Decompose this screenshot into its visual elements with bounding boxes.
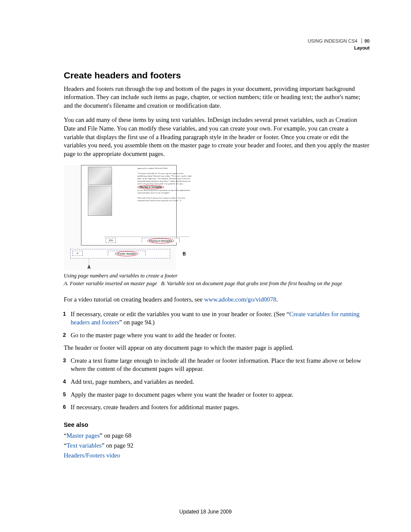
steps-list-cont: 3 Create a text frame large enough to in… bbox=[64, 357, 370, 412]
see-also-item-1: “Master pages” on page 68 bbox=[64, 431, 370, 441]
figure-master-variable: <Footer Variable> bbox=[108, 251, 146, 255]
figure-headers-footers: appeared to explain Network Publi. "If a… bbox=[64, 165, 176, 271]
intro-paragraph-2: You can add many of these items by using… bbox=[64, 116, 370, 158]
page-number: 90 bbox=[361, 38, 370, 44]
figure-photo-1 bbox=[88, 167, 112, 185]
link-text-variables[interactable]: Text variables bbox=[66, 442, 102, 449]
video-line: For a video tutorial on creating headers… bbox=[64, 296, 370, 304]
step-4: 4 Add text, page numbers, and variables … bbox=[64, 378, 370, 386]
figure-photo-2 bbox=[88, 186, 112, 216]
legend-a-label: A. bbox=[64, 280, 68, 286]
figure-master-pagenum: # bbox=[72, 251, 83, 256]
step-3: 3 Create a text frame large enough to in… bbox=[64, 357, 370, 373]
legend-a-text: Footer variable inserted on master page bbox=[70, 280, 157, 286]
figure-label-b: B bbox=[183, 252, 186, 256]
section-heading: Create headers and footers bbox=[64, 70, 370, 81]
figure-label-a: A bbox=[87, 265, 90, 270]
step-1: 1 If necessary, create or edit the varia… bbox=[64, 310, 370, 327]
intro-paragraph-1: Headers and footers run through the top … bbox=[64, 85, 370, 110]
figure-caption: Using page numbers and variables to crea… bbox=[64, 272, 370, 280]
see-also-item-2: “Text variables” on page 92 bbox=[64, 441, 370, 451]
section-name: Layout bbox=[64, 45, 370, 51]
update-date: Updated 18 June 2009 bbox=[0, 509, 411, 515]
figure-page-number: 226 bbox=[106, 238, 116, 243]
video-tutorial-link[interactable]: www.adobe.com/go/vid0078 bbox=[204, 296, 276, 303]
figure-leader-line bbox=[89, 259, 90, 265]
figure-footer-variable-result: Playing to Strengths bbox=[142, 238, 180, 243]
legend-b-text: Variable text on document page that grab… bbox=[167, 280, 342, 286]
figure-body-text: appeared to explain Network Publi. "If a… bbox=[137, 167, 192, 202]
doc-title: USING INDESIGN CS4 bbox=[308, 38, 358, 44]
link-master-pages[interactable]: Master pages bbox=[66, 432, 100, 439]
legend-b-label: B. bbox=[161, 280, 166, 286]
figure-heading-highlight: Playing to Strengths bbox=[137, 185, 164, 189]
step-6: 6 If necessary, create headers and foote… bbox=[64, 403, 370, 412]
see-also-heading: See also bbox=[64, 421, 370, 428]
see-also-item-3: Headers/Footers video bbox=[64, 451, 370, 460]
figure-master-footer: # <Footer Variable> bbox=[70, 249, 170, 258]
figure-footer-row: 226 Playing to Strengths bbox=[104, 236, 190, 243]
steps-list: 1 If necessary, create or edit the varia… bbox=[64, 310, 370, 340]
step-2: 2 Go to the master page where you want t… bbox=[64, 331, 370, 340]
link-headers-footers-video[interactable]: Headers/Footers video bbox=[64, 452, 120, 459]
figure-legend: A. Footer variable inserted on master pa… bbox=[64, 280, 370, 287]
step-5: 5 Apply the master page to document page… bbox=[64, 391, 370, 399]
note-after-step-2: The header or footer will appear on any … bbox=[64, 344, 370, 352]
page-header: USING INDESIGN CS4 90 Layout bbox=[64, 38, 370, 51]
